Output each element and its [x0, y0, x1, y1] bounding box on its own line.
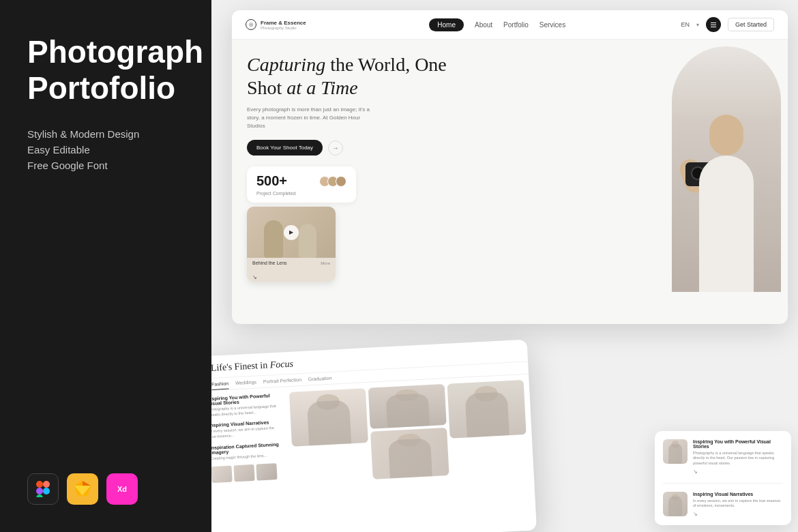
tm-body-1: Photography is a universal language that… [693, 451, 783, 467]
photo-col-1 [289, 388, 372, 528]
tm-thumb-2 [663, 492, 688, 516]
lang-chevron: ▾ [696, 22, 699, 28]
video-title: Behind the Lens [252, 261, 287, 265]
svg-rect-2 [36, 488, 43, 494]
app-icons-row: Xd [27, 473, 188, 505]
video-thumbnail: ▶ [247, 207, 336, 258]
tm-arrow-2: ↘ [693, 511, 783, 517]
photo-tall-1 [289, 388, 368, 447]
menu-button[interactable] [706, 17, 721, 32]
tm-text-2: Inspiring Visual Narratives In every ses… [693, 492, 783, 517]
tm-item-2: Inspiring Visual Narratives In every ses… [663, 492, 783, 517]
xd-icon: Xd [106, 473, 138, 505]
nav-right: EN ▾ Get Started [681, 17, 774, 32]
figma-icon [27, 473, 59, 505]
thumb-1 [211, 466, 233, 484]
tm-arrow-1: ↘ [693, 469, 783, 475]
nav-home[interactable]: Home [429, 18, 464, 31]
stat-card-top: 500+ [256, 173, 346, 189]
avatar-3 [336, 176, 346, 187]
tb2-body: In every session, we aim to capture the … [211, 426, 280, 440]
video-more[interactable]: More [321, 261, 330, 265]
photo-wide-1 [370, 428, 449, 479]
nav-portfolio[interactable]: Portfolio [503, 21, 529, 29]
thumb-2 [233, 464, 254, 482]
feature-3: Free Google Font [27, 160, 188, 171]
tm-thumb-1 [663, 439, 688, 464]
photographer-shape [672, 46, 781, 292]
photo-col-2 [368, 384, 452, 524]
stat-avatars [319, 176, 346, 187]
tm-title-1: Inspiring You with Powerful Visual Stori… [693, 439, 783, 449]
thumb-3 [256, 464, 277, 482]
stat-card-1: 500+ Project Completed [247, 166, 356, 203]
mockup-nav: ◎ Frame & Essence Photography Studio Hom… [232, 10, 788, 40]
video-card-footer: Behind the Lens More [247, 258, 336, 268]
second-mockup-left: Inspiring You with Powerful Visual Stori… [211, 387, 291, 532]
app-icons-section: Xd [27, 473, 188, 505]
second-mockup: Life's Finest in Focus Fashion Weddings … [211, 340, 537, 532]
third-mockup: Inspiring You with Powerful Visual Stori… [655, 431, 791, 525]
feature-2: Easy Editable [27, 144, 188, 156]
page-title: PhotographPortofolio [27, 34, 188, 106]
sketch-icon [67, 473, 98, 505]
logo-icon: ◎ [246, 19, 256, 30]
svg-point-4 [43, 488, 50, 494]
text-block-1: Inspiring You with Powerful Visual Stori… [211, 393, 280, 418]
silhouette-1 [264, 220, 283, 258]
photo-med-1 [368, 384, 447, 429]
tm-item-1: Inspiring You with Powerful Visual Stori… [663, 439, 783, 484]
svg-rect-1 [43, 481, 50, 488]
left-top: PhotographPortofolio Stylish & Modern De… [27, 34, 188, 198]
photo-tall-2 [447, 380, 527, 439]
video-card: ▶ Behind the Lens More ↘ [247, 207, 336, 282]
photographer-image [665, 40, 788, 299]
stat-label-1: Project Completed [256, 191, 346, 196]
features-list: Stylish & Modern Design Easy Editable Fr… [27, 128, 188, 171]
person-head [709, 115, 743, 156]
right-panel: ◎ Frame & Essence Photography Studio Hom… [211, 0, 798, 532]
play-button[interactable]: ▶ [284, 225, 299, 240]
second-mockup-content: Inspiring You with Powerful Visual Stori… [211, 374, 536, 532]
tm-title-2: Inspiring Visual Narratives [693, 492, 783, 497]
main-mockup: ◎ Frame & Essence Photography Studio Hom… [232, 10, 788, 324]
tab-graduation[interactable]: Graduation [308, 376, 332, 385]
tab-fashion[interactable]: Fashion [211, 381, 228, 390]
text-block-2: Inspiring Visual Narratives In every ses… [211, 419, 280, 440]
thumb-row [211, 463, 283, 483]
nav-cta-button[interactable]: Get Started [728, 18, 774, 31]
hero-subtitle: Every photograph is more than just an im… [247, 106, 370, 130]
logo-text: Frame & Essence Photography Studio [261, 20, 306, 30]
stat-number-1: 500+ [256, 173, 287, 189]
photo-col-3 [447, 380, 531, 520]
hero-arrow-button[interactable]: → [328, 141, 343, 156]
hero-section: Capturing the World, One Shot at a Time … [232, 40, 788, 323]
second-mockup-photos [284, 374, 537, 532]
nav-logo: ◎ Frame & Essence Photography Studio [246, 19, 314, 30]
nav-services[interactable]: Services [540, 21, 565, 29]
text-block-3: Inspiration Captured Stunning Imagery Cr… [211, 441, 282, 461]
svg-rect-0 [36, 481, 43, 488]
tab-weddings[interactable]: Weddings [235, 379, 257, 389]
left-panel: PhotographPortofolio Stylish & Modern De… [0, 0, 211, 532]
nav-about[interactable]: About [475, 21, 492, 29]
tm-body-2: In every session, we aim to capture the … [693, 499, 783, 509]
person-shirt [699, 156, 754, 292]
nav-links: Home About Portfolio Services [327, 18, 667, 31]
feature-1: Stylish & Modern Design [27, 128, 188, 140]
video-arrow: ↘ [252, 274, 257, 280]
xd-label: Xd [117, 485, 127, 493]
lang-selector[interactable]: EN [681, 21, 690, 28]
svg-rect-3 [36, 494, 43, 497]
book-shoot-button[interactable]: Book Your Shoot Today [247, 140, 323, 156]
tm-text-1: Inspiring You with Powerful Visual Stori… [693, 439, 783, 475]
person-figure [692, 101, 760, 292]
tb1-body: Photography is a universal language that… [211, 404, 280, 418]
silhouette-2 [299, 224, 316, 258]
